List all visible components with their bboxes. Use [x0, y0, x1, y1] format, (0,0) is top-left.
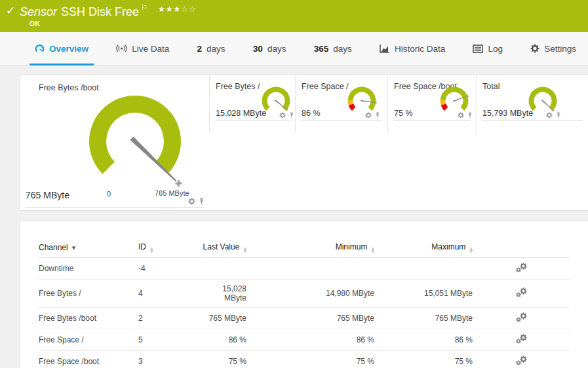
sort-both-icon: ▲▼: [371, 246, 374, 253]
gauge-title: Free Bytes /: [216, 82, 260, 91]
channel-minimum: 14,980 MByte: [246, 280, 374, 308]
tab-365-days[interactable]: 365days: [309, 32, 357, 65]
divider: [26, 207, 204, 208]
tab-2-days[interactable]: 2days: [192, 32, 231, 65]
tab-label: Historic Data: [395, 44, 445, 54]
gauge-pin-icon[interactable]: [374, 112, 381, 119]
gauge-value: 15,028 MByte: [216, 109, 266, 118]
tab-label: Settings: [544, 44, 576, 54]
stars-filled: ★★★: [158, 5, 181, 14]
tab-log[interactable]: Log: [467, 32, 508, 65]
gauge-scale-max: 765 MByte: [155, 189, 189, 197]
gauge-settings-gear-icon[interactable]: [546, 112, 553, 119]
column-header-maximum[interactable]: Maximum▲▼: [374, 238, 473, 258]
gauge-value: 86 %: [302, 109, 321, 118]
main-gauge-cell: Free Bytes /boot 0 765 MByte 765 MByte: [20, 75, 209, 210]
tab-settings[interactable]: Settings: [525, 32, 581, 65]
gauge-pin-icon[interactable]: [467, 112, 473, 119]
gauge-pin-icon[interactable]: [555, 112, 562, 119]
gauge-scale-min: 0: [107, 190, 111, 198]
divider: [215, 120, 290, 121]
tab-bar: Overview Live Data 2days 30days 365days …: [0, 32, 588, 65]
sensor-name: SSH Disk Free: [61, 5, 139, 18]
gauge-pin-icon[interactable]: [288, 112, 295, 119]
priority-stars[interactable]: ★★★☆☆: [158, 5, 197, 14]
table-row: Free Bytes / 4 15,028 MByte 14,980 MByte…: [39, 280, 570, 308]
sensor-header: ✓ SensorSSH Disk Free⚐★★★☆☆ OK: [0, 0, 588, 32]
gauge-settings-gear-icon[interactable]: [458, 112, 464, 119]
tab-label: days: [267, 44, 286, 54]
tab-label: Live Data: [132, 44, 169, 54]
gauge-title: Free Bytes /boot: [39, 83, 99, 92]
stars-empty: ☆☆: [181, 5, 197, 14]
overview-gauges-panel: Free Bytes /boot 0 765 MByte 765 MByte F…: [20, 74, 588, 211]
page-title: SensorSSH Disk Free⚐★★★☆☆: [20, 3, 197, 19]
channel-settings-gears-icon[interactable]: [516, 334, 527, 344]
channel-id: 5: [138, 329, 201, 351]
column-header-minimum[interactable]: Minimum▲▼: [246, 238, 374, 258]
divider: [393, 120, 471, 121]
table-row: Free Space / 5 86 % 86 % 86 %: [39, 329, 570, 351]
channel-last-value: 15,028 MByte: [201, 280, 246, 308]
channel-name: Downtime: [39, 258, 138, 280]
table-row: Free Space /boot 3 75 % 75 % 75 %: [39, 351, 570, 368]
sort-both-icon: ▲▼: [469, 246, 473, 253]
gauge-value: 765 MByte: [26, 190, 69, 200]
column-header-id[interactable]: ID▲▼: [138, 238, 201, 258]
channel-settings-gears-icon[interactable]: [516, 312, 527, 322]
tab-overview[interactable]: Overview: [29, 32, 94, 65]
gauge-settings-gear-icon[interactable]: [279, 112, 286, 119]
channel-minimum: [246, 258, 374, 280]
channel-maximum: [374, 258, 473, 280]
live-data-icon: [116, 44, 127, 53]
channel-last-value: [201, 258, 246, 280]
tab-label: days: [206, 44, 225, 54]
flag-icon[interactable]: ⚐: [141, 3, 147, 12]
column-header-channel[interactable]: Channel▼: [39, 238, 138, 258]
log-icon: [473, 45, 483, 53]
tab-live-data[interactable]: Live Data: [111, 32, 174, 65]
divider: [301, 120, 382, 121]
mini-gauge-cell-free-bytes-root: Free Bytes / 15,028 MByte: [209, 75, 295, 132]
channel-id: -4: [138, 258, 201, 280]
gauge-title: Free Space /: [302, 82, 349, 91]
tab-label: Log: [488, 44, 503, 54]
gauge-value: 75 %: [394, 109, 413, 118]
gauge-settings-gear-icon[interactable]: [188, 198, 195, 205]
gauge-icon: [35, 44, 45, 54]
channel-id: 2: [138, 308, 201, 329]
channel-minimum: 86 %: [246, 329, 374, 351]
channel-minimum: 75 %: [246, 351, 374, 368]
sort-both-icon: ▲▼: [243, 246, 246, 253]
table-row: Free Bytes /boot 2 765 MByte 765 MByte 7…: [39, 308, 570, 329]
tab-historic-data[interactable]: Historic Data: [374, 32, 450, 65]
mini-gauge-cell-free-space-boot: Free Space /boot 75 %: [387, 75, 476, 132]
channel-id: 4: [138, 280, 201, 308]
channel-name: Free Bytes /: [39, 280, 138, 308]
column-header-last-value[interactable]: Last Value▲▼: [201, 238, 246, 258]
gauge-settings-gear-icon[interactable]: [365, 112, 372, 119]
status-check-icon: ✓: [6, 4, 15, 17]
divider: [482, 120, 583, 121]
mini-gauge-cell-free-space-root: Free Space / 86 %: [295, 75, 387, 132]
mini-gauge-cell-total: Total 15,793 MByte: [476, 75, 588, 132]
main-gauge: [86, 92, 184, 191]
status-badge: OK: [29, 20, 41, 28]
tab-label: Overview: [49, 44, 88, 54]
channel-settings-gears-icon[interactable]: [516, 263, 527, 272]
channel-maximum: 15,051 MByte: [374, 280, 473, 308]
channel-name: Free Space /boot: [39, 351, 138, 368]
channel-minimum: 765 MByte: [246, 308, 374, 329]
table-row: Downtime -4: [39, 258, 570, 280]
channel-settings-gears-icon[interactable]: [516, 287, 527, 297]
tab-label: days: [333, 44, 352, 54]
channel-maximum: 765 MByte: [374, 308, 473, 329]
gear-icon: [530, 44, 539, 53]
tab-30-days[interactable]: 30days: [248, 32, 292, 65]
channel-last-value: 765 MByte: [201, 308, 246, 329]
channel-name: Free Space /: [39, 329, 138, 351]
gauge-pin-icon[interactable]: [198, 198, 205, 205]
area-chart-icon: [380, 44, 390, 53]
channel-settings-gears-icon[interactable]: [516, 356, 527, 365]
channel-last-value: 75 %: [201, 351, 246, 368]
